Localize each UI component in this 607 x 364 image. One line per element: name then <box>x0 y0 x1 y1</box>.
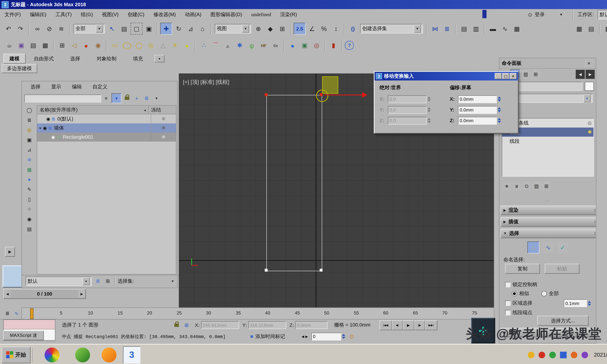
toggle-layer-explorer-icon[interactable]: ▥ <box>470 23 482 34</box>
chevron-down-icon[interactable]: ▼ <box>168 276 177 286</box>
play-icon[interactable]: ▶ <box>403 320 414 330</box>
shape-ellipse-icon[interactable]: ◯ <box>119 40 134 51</box>
lock-handles-checkbox[interactable]: 锁定控制柄 <box>505 281 537 288</box>
go-to-end-icon[interactable]: ▶▶| <box>425 320 437 330</box>
audio-icon[interactable]: ◁ <box>69 40 80 51</box>
menu-file[interactable]: 文件(F) <box>0 10 25 19</box>
toggle-scene-explorer-icon[interactable]: ▤ <box>458 23 470 34</box>
maxscript-listener-label[interactable]: MAXScript 迷 <box>3 331 44 340</box>
remove-modifier-icon[interactable]: ▥ <box>532 182 541 191</box>
taskbar-3dsmax-button[interactable]: 3 <box>123 346 140 364</box>
spline-subobject-icon[interactable]: ✓ <box>557 242 568 253</box>
add-time-tag[interactable]: ■ 添加时间标记 <box>250 333 285 340</box>
paste-button[interactable]: 粘贴 <box>545 264 580 274</box>
segment-end-checkbox[interactable]: 线段端点 <box>505 309 532 316</box>
spin-down-icon[interactable] <box>427 100 431 102</box>
freeze-column-header[interactable]: 冻结 <box>149 106 176 113</box>
filter-funnel-icon[interactable]: ▼ <box>112 93 121 103</box>
pin-stack-icon[interactable]: ∗ <box>502 182 511 191</box>
redo-icon[interactable]: ↷ <box>15 23 26 34</box>
transform-mode-icon[interactable]: ⊞ <box>182 321 191 330</box>
spin-down-icon[interactable] <box>427 110 431 112</box>
filter-helpers-icon[interactable]: ⊿ <box>25 145 34 154</box>
rendered-frame-icon[interactable]: ▣ <box>16 40 27 51</box>
vertex-marker[interactable] <box>320 269 323 272</box>
ribbon-tab-selection[interactable]: 选择 <box>62 54 88 64</box>
menu-tools[interactable]: 工具(T) <box>51 10 76 19</box>
spheres-icon[interactable]: ● <box>80 40 92 51</box>
render-setup-icon[interactable]: ▩ <box>603 23 607 34</box>
abs-z-input[interactable] <box>388 117 427 125</box>
explorer-menu-customize[interactable]: 自定义 <box>87 82 113 92</box>
area-selection-checkbox[interactable]: 区域选择 <box>505 300 532 307</box>
layer-manager-icon[interactable]: ▦ <box>574 23 585 34</box>
eye-icon[interactable]: ◉ <box>46 116 50 122</box>
similar-radio[interactable]: 相似 <box>512 290 529 297</box>
next-frame-icon[interactable]: |▶ <box>414 320 425 330</box>
panel-scroll-left-icon[interactable]: ◀ <box>576 70 585 79</box>
curve-editor-icon[interactable]: ∿ <box>499 23 511 34</box>
spin-up-icon[interactable] <box>427 118 431 120</box>
copy-button[interactable]: 复制 <box>505 264 540 274</box>
clear-search-icon[interactable]: ✕ <box>102 94 111 103</box>
spin-up-icon[interactable] <box>498 97 501 99</box>
name-column-header[interactable]: 名称(按升序排序) ▲ <box>37 106 149 114</box>
quicklaunch-leaf-icon[interactable] <box>75 347 90 362</box>
listener-macro-pane[interactable] <box>4 320 55 329</box>
spinner-snap-icon[interactable]: ↕ <box>330 23 342 34</box>
frozen-icon[interactable]: ❄ <box>151 125 176 131</box>
menu-views[interactable]: 视图(V) <box>97 10 123 19</box>
edit-named-selection-sets-icon[interactable]: {} <box>347 23 358 34</box>
modifier-bulb-icon[interactable]: ◍ <box>587 120 592 126</box>
named-selection-sets-dropdown[interactable]: 创建选择集 ▼ <box>360 24 423 33</box>
explorer-menu-display[interactable]: 显示 <box>46 82 66 92</box>
filter-hidden-icon[interactable]: ◉ <box>25 215 34 224</box>
shape-star-icon[interactable]: ☀ <box>169 40 181 51</box>
menu-graph-editors[interactable]: 图形编辑器(D) <box>206 10 247 19</box>
mini-curve-icon[interactable]: ∿ <box>12 309 21 318</box>
shape-sphere-icon[interactable]: ● <box>181 40 192 51</box>
particles-icon[interactable]: ∴ <box>198 40 210 51</box>
render-table-icon[interactable]: ▦ <box>40 40 51 51</box>
track-bar-ruler[interactable]: 5 10 15 20 25 30 35 40 45 50 55 60 65 70… <box>22 307 494 320</box>
rollout-selection[interactable]: ▼ 选择 ∷ <box>501 229 600 238</box>
select-and-scale-icon[interactable]: ⊿ <box>185 23 196 34</box>
frozen-icon[interactable]: ❄ <box>151 134 176 140</box>
select-and-move-icon[interactable]: ✚ <box>160 23 172 35</box>
menu-edit[interactable]: 编辑(E) <box>25 10 51 19</box>
render-log-icon[interactable]: ▤ <box>28 40 39 51</box>
render-teapot-icon[interactable]: ☕ <box>4 40 15 51</box>
target-icon[interactable]: ◎ <box>311 40 322 51</box>
quicklaunch-swirl-icon[interactable] <box>45 347 59 362</box>
filter-spacewarps-icon[interactable]: ≋ <box>25 155 34 164</box>
filter-bitmaps-icon[interactable]: ▦ <box>25 165 34 174</box>
explorer-search-input[interactable] <box>24 94 101 102</box>
menu-create[interactable]: 创建(C) <box>123 10 149 19</box>
spin-down-icon[interactable] <box>588 304 591 306</box>
expander-icon[interactable]: ▼ <box>39 127 42 130</box>
open-mini-curve-editor-icon[interactable]: ≣ <box>3 309 12 318</box>
start-button[interactable]: 开始 <box>2 347 31 363</box>
layout-tabs-expand-icon[interactable]: ▶ <box>5 247 15 257</box>
bind-to-space-warp-icon[interactable]: ≋ <box>56 23 67 34</box>
area-threshold-input[interactable] <box>564 299 587 307</box>
table-row[interactable]: ▼ ◉ ≣ 墙体 ❄ <box>37 123 176 132</box>
filter-layers-icon[interactable]: ≣ <box>25 116 34 125</box>
shape-rectangle-icon[interactable]: ▭ <box>109 40 121 51</box>
current-frame-input[interactable] <box>311 332 341 340</box>
grid-button-icon[interactable]: ⊞ <box>103 276 112 286</box>
object-color-swatch[interactable] <box>585 82 594 91</box>
active-layer-dropdown[interactable]: 默认 ▼ <box>26 276 92 286</box>
help-icon[interactable]: ? <box>345 41 354 50</box>
ox-icon[interactable]: 0x <box>270 40 281 51</box>
filter-selection-icon[interactable]: ◯ <box>25 106 34 115</box>
tray-icon[interactable] <box>528 351 534 358</box>
prev-frame-icon[interactable]: ◀ <box>4 290 11 298</box>
select-and-place-icon[interactable]: ⌂ <box>197 23 208 34</box>
segment-subobject-icon[interactable]: ∿ <box>543 242 554 253</box>
select-and-link-icon[interactable]: ∞ <box>32 23 43 34</box>
select-by-name-icon[interactable]: ▤ <box>119 23 130 34</box>
dialog-title-bar[interactable]: 3 移动变换输入 _ ▢ ✕ <box>375 72 518 80</box>
bones-icon[interactable]: ⌒ <box>210 40 222 51</box>
unlink-selection-icon[interactable]: ⊘ <box>44 23 55 34</box>
